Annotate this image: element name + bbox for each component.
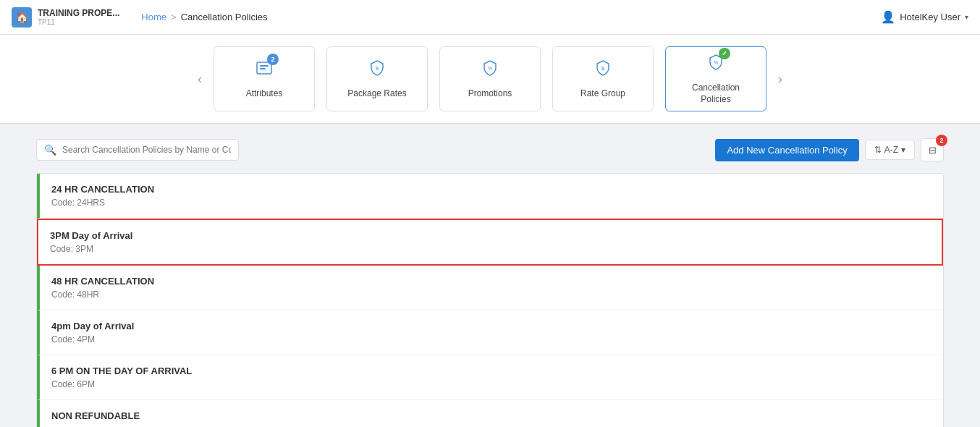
breadcrumb-home[interactable]: Home: [141, 12, 166, 22]
home-icon: 🏠: [12, 7, 32, 28]
toolbar: 🔍 Add New Cancellation Policy ⇅ A-Z ▾ ⊟ …: [36, 138, 944, 161]
breadcrumb-current: Cancellation Policies: [181, 12, 268, 22]
search-icon: 🔍: [44, 144, 56, 156]
svg-rect-2: [260, 68, 266, 69]
svg-rect-1: [260, 65, 269, 67]
property-code: TP11: [38, 18, 119, 26]
nav-next-button[interactable]: ›: [766, 72, 794, 87]
user-icon: 👤: [881, 10, 895, 24]
cancellation-policies-label: CancellationPolicies: [692, 83, 740, 105]
header-right[interactable]: 👤 HotelKey User ▾: [881, 10, 968, 24]
user-label: HotelKey User: [900, 12, 960, 22]
filter-button[interactable]: ⊟ 2: [921, 138, 944, 161]
policy-code: Code: 4PM: [51, 334, 932, 344]
package-rates-icon: $: [367, 58, 387, 83]
property-info: TRAINING PROPE... TP11: [38, 8, 119, 26]
policy-name: 4pm Day of Arrival: [51, 321, 932, 331]
toolbar-right: Add New Cancellation Policy ⇅ A-Z ▾ ⊟ 2: [715, 138, 944, 161]
svg-text:$: $: [376, 65, 379, 72]
filter-badge: 2: [936, 135, 947, 146]
policy-list-item[interactable]: 4pm Day of ArrivalCode: 4PM: [37, 310, 943, 355]
nav-card-package-rates[interactable]: $ Package Rates: [326, 46, 428, 111]
policy-name: NON REFUNDABLE: [51, 410, 932, 421]
header-logo[interactable]: 🏠 TRAINING PROPE... TP11: [12, 7, 119, 28]
filter-icon: ⊟: [929, 145, 937, 156]
rate-group-icon: $: [593, 58, 613, 83]
policy-name: 24 HR CANCELLATION: [51, 184, 932, 195]
policy-code: Code: 24HRS: [51, 198, 932, 208]
policy-name: 3PM Day of Arrival: [50, 230, 930, 241]
policy-list-item[interactable]: 48 HR CANCELLATIONCode: 48HR: [37, 266, 943, 310]
policy-list-item[interactable]: 3PM Day of ArrivalCode: 3PM: [37, 219, 943, 266]
sort-icon: ⇅: [874, 145, 882, 155]
breadcrumb: Home > Cancellation Policies: [141, 12, 267, 22]
policy-list-item[interactable]: NON REFUNDABLE: [37, 400, 943, 427]
cancellation-policies-badge: ✓: [719, 48, 730, 59]
nav-cards-container: 2 Attributes $ Package Rates % Promot: [214, 46, 766, 111]
nav-card-attributes[interactable]: 2 Attributes: [214, 46, 315, 111]
breadcrumb-separator: >: [171, 12, 177, 22]
nav-card-promotions[interactable]: % Promotions: [439, 46, 541, 111]
policy-list: 24 HR CANCELLATIONCode: 24HRS3PM Day of …: [36, 173, 944, 427]
rate-group-label: Rate Group: [580, 88, 625, 100]
policy-code: Code: 6PM: [51, 379, 932, 389]
nav-card-rate-group[interactable]: $ Rate Group: [552, 46, 654, 111]
sort-label: A-Z: [884, 145, 898, 155]
policy-name: 48 HR CANCELLATION: [51, 276, 932, 287]
svg-text:%: %: [714, 60, 718, 65]
nav-cards-area: ‹ 2 Attributes $ Package Rates: [0, 35, 980, 124]
attributes-icon: 2: [254, 58, 274, 83]
search-box[interactable]: 🔍: [36, 139, 239, 161]
policy-code: Code: 3PM: [50, 244, 930, 254]
policy-name: 6 PM ON THE DAY OF ARRIVAL: [51, 365, 932, 376]
promotions-label: Promotions: [468, 88, 512, 100]
header: 🏠 TRAINING PROPE... TP11 Home > Cancella…: [0, 0, 980, 35]
sort-button[interactable]: ⇅ A-Z ▾: [865, 140, 915, 160]
policy-list-item[interactable]: 24 HR CANCELLATIONCode: 24HRS: [37, 174, 943, 219]
search-input[interactable]: [62, 145, 231, 155]
nav-card-cancellation-policies[interactable]: % ✓ CancellationPolicies: [665, 46, 766, 111]
main-content: 🔍 Add New Cancellation Policy ⇅ A-Z ▾ ⊟ …: [0, 124, 980, 427]
nav-prev-button[interactable]: ‹: [186, 72, 214, 87]
chevron-down-icon: ▾: [965, 13, 968, 21]
package-rates-label: Package Rates: [347, 88, 406, 100]
header-left: 🏠 TRAINING PROPE... TP11 Home > Cancella…: [12, 7, 268, 28]
cancellation-policies-icon: % ✓: [706, 52, 726, 77]
attributes-label: Attributes: [246, 88, 283, 100]
attributes-badge: 2: [267, 54, 279, 65]
sort-chevron-icon: ▾: [901, 145, 905, 155]
promotions-icon: %: [480, 58, 500, 83]
svg-text:$: $: [601, 65, 605, 72]
property-name: TRAINING PROPE...: [38, 8, 119, 18]
policy-code: Code: 48HR: [51, 289, 932, 300]
svg-text:%: %: [488, 66, 492, 71]
policy-list-item[interactable]: 6 PM ON THE DAY OF ARRIVALCode: 6PM: [37, 355, 943, 400]
add-cancellation-policy-button[interactable]: Add New Cancellation Policy: [715, 139, 858, 161]
